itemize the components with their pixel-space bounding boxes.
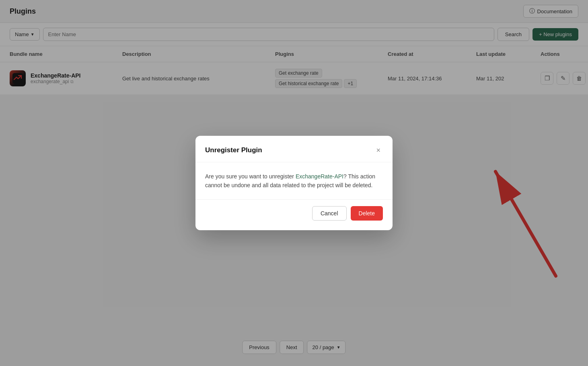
body-prefix: Are you sure you want to unregister xyxy=(205,173,296,180)
confirm-delete-button[interactable]: Delete xyxy=(351,206,383,221)
unregister-modal: Unregister Plugin × Are you sure you wan… xyxy=(195,136,393,231)
modal-title: Unregister Plugin xyxy=(205,146,262,154)
modal-body-text: Are you sure you want to unregister Exch… xyxy=(205,172,383,190)
modal-overlay[interactable]: Unregister Plugin × Are you sure you wan… xyxy=(0,0,588,366)
modal-plugin-name: ExchangeRate-API xyxy=(296,173,343,180)
cancel-button[interactable]: Cancel xyxy=(312,206,347,221)
modal-header: Unregister Plugin × xyxy=(195,136,393,162)
modal-footer: Cancel Delete xyxy=(195,199,393,230)
modal-close-button[interactable]: × xyxy=(374,145,383,155)
modal-body: Are you sure you want to unregister Exch… xyxy=(195,162,393,200)
